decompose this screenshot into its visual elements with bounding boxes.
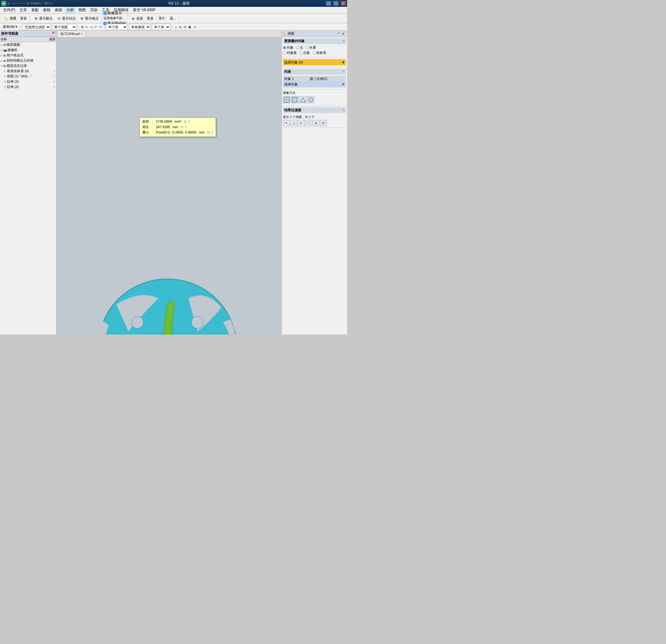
measure-icon: 📐 [4,16,9,21]
tree-extrude-2[interactable]: ⊡ 拉伸 (2) ✓ [0,79,56,84]
radio-ptset-option[interactable]: 点集 [299,51,310,55]
tree-datum-cs[interactable]: ⊡ 基准坐标系 (0) ✓ [0,69,56,74]
list-section-header[interactable]: 列表 ^ [283,69,346,75]
toolbar-group-display2: 显示 [157,16,166,20]
filter-icon-5[interactable]: ◎ [313,120,319,126]
menu-home[interactable]: 主页 [18,7,29,13]
check-1: ✓ [53,69,55,73]
tree-extrude-3[interactable]: ⊡ 拉伸 (3) ✓ [0,84,56,90]
filter-icon-4[interactable]: □ [305,120,312,126]
col-type-header: 面 / 拉伸(2) [309,76,341,82]
assembly-select[interactable]: 整个装配 [52,24,77,30]
filter-count: 显示 1 个测量，共 1 个 [283,114,346,120]
menu-file[interactable]: 文件(F) [1,7,17,13]
extra-icon-5[interactable]: ◁ [192,25,196,29]
filter-icon-1[interactable]: ✎ [283,120,290,126]
method-icon-4[interactable] [307,96,315,103]
measure-button[interactable]: 📐 测量 [2,15,18,22]
menu-curve[interactable]: 曲线 [41,7,52,13]
extra-icon-4[interactable]: ▦ [188,25,192,29]
list-header-row: 对象 1 面 / 拉伸(2) [283,76,346,82]
view-icon-2[interactable]: ▷ [85,25,89,29]
radio-vector-option[interactable]: 矢量 [305,45,316,50]
radio-objset-input[interactable] [283,51,286,55]
filter-icon-3[interactable]: ▷ [298,120,305,126]
view-icon-3[interactable]: ◁ [89,25,93,29]
tree-non-time[interactable]: ▷ ◈ 非时间截记几何体 [0,58,56,63]
radio-point-input[interactable] [296,46,299,49]
close-button[interactable]: ✕ [341,1,346,5]
menu-starspace[interactable]: 星空 V6.936F [131,7,157,13]
face-button[interactable]: 面... [168,15,178,22]
radio-object-option[interactable]: 对象 [283,45,294,50]
menu-assembly[interactable]: 装配 [30,7,40,13]
reflect-button[interactable]: ◈ 反射 [129,15,145,22]
minimize-button[interactable]: ─ [326,1,331,5]
check-2: ✓ [53,75,55,78]
sidebar-header: 部件导航器 📌 [0,31,56,37]
single-face-select[interactable]: 单个面 [106,24,128,30]
tree-model-view[interactable]: ▷ ⊞ 模型视图 [0,42,56,48]
method-icons-row [283,96,346,103]
method-icon-2[interactable] [291,96,298,103]
tree-user-expr[interactable]: ▷ ⊞ 用户表达式 [0,53,56,58]
view-icon-4[interactable]: ↩ [93,25,98,29]
sidebar-empty-space [0,90,56,335]
list-row-del[interactable]: ✕ [341,82,346,87]
tree-camera[interactable]: ▷ 📷 摄像机 [0,48,56,53]
radio-objset-option[interactable]: 对象集 [283,51,297,55]
more1-button[interactable]: 更多 [19,15,29,22]
toolbar-row-1: 📐 测量 更多 ⊞ 显示极点 ⊡ 显示结点 ⊞ 显示镜点 [1,14,346,22]
add-button[interactable]: + [342,60,345,65]
extra-icon-2[interactable]: ◎ [178,25,182,29]
extra-icon-3[interactable]: ⊡ [183,25,187,29]
viewport[interactable]: 面积 1745.0609 mm² ⊡ ↗ 周长 347.6395 mm ⊡ ↗ … [56,37,281,335]
menu-m-button[interactable]: 菜单(M)▾ [1,23,19,30]
extra-icon-1[interactable]: △ [174,25,178,29]
radio-csys-input[interactable] [312,51,315,55]
display-poles-button[interactable]: ⊞ 显示极点 [32,15,54,22]
single-curve-select[interactable]: 单条曲线 [129,24,151,30]
display-mirror-button[interactable]: ⊞ 显示镜点 [78,15,100,22]
view-icon-1[interactable]: ⊞ [80,25,85,29]
selection-section: 选择对象 (0) + [282,57,347,68]
filter-section-header[interactable]: 结果过滤器 ^ [283,107,346,113]
sidebar-pin-icon[interactable]: 📌 [51,31,55,36]
method-icon-1[interactable] [283,96,291,103]
method-icon-3[interactable] [299,96,306,103]
left-sidebar: 部件导航器 📌 名称 最新 ▷ ⊞ 模型视图 ▷ 📷 摄像机 ▷ ⊞ 用户表达式… [0,31,56,335]
main-tab[interactable]: 练习2346.prt □ [58,31,86,37]
mirror-display-checkbox[interactable] [104,12,107,15]
display-knots-button[interactable]: ⊡ 显示结点 [55,15,77,22]
panel-collapse-button[interactable]: ^ [336,32,340,36]
radio-ptset-input[interactable] [299,51,302,55]
view-icon-5[interactable]: ↪ [98,25,103,29]
menu-view[interactable]: 视图 [76,7,88,13]
menu-surface[interactable]: 曲面 [53,7,64,13]
single-body-select[interactable]: 单个体 [152,24,171,30]
filter-select[interactable]: 无选择过滤器 [22,24,51,30]
svg-marker-26 [300,97,305,102]
menu-analysis[interactable]: 分析 [65,7,76,13]
radio-csys-option[interactable]: 坐标系 [312,51,326,55]
more2-button[interactable]: 更多 [145,15,155,22]
tree-sketch[interactable]: ⊡ 草图 (1) "SKE..." ✓ [0,74,56,79]
maximize-button[interactable]: □ [333,1,338,5]
check-4: ✓ [53,85,55,89]
toolbar-group-measure: 📐 测量 更多 [1,15,30,22]
target-section-header[interactable]: 要测量的对象 ^ [283,38,346,44]
radio-vector-input[interactable] [305,46,309,49]
radio-point-option[interactable]: 点 [296,45,303,50]
tree-model-history[interactable]: ▽ ⊞ 模型历史记录 [0,63,56,69]
col-obj-header: 对象 1 [283,76,309,82]
right-panel-header: 📐 测量 ^ ✕ [282,31,347,37]
filter-icon-6[interactable]: ⊡ [320,120,327,126]
extra-icons: △ ◎ ⊡ ▦ ◁ [174,25,196,29]
filter-icon-2[interactable]: △ [291,120,297,126]
menu-render[interactable]: 渲染 [88,7,100,13]
radio-object-input[interactable] [283,46,286,49]
radio-row-1: 对象 点 矢量 [283,45,346,50]
list-data-row[interactable]: 选择对象 ✕ [283,82,346,87]
expand-icon-4: ▷ [1,59,3,62]
panel-close-button[interactable]: ✕ [341,32,346,36]
